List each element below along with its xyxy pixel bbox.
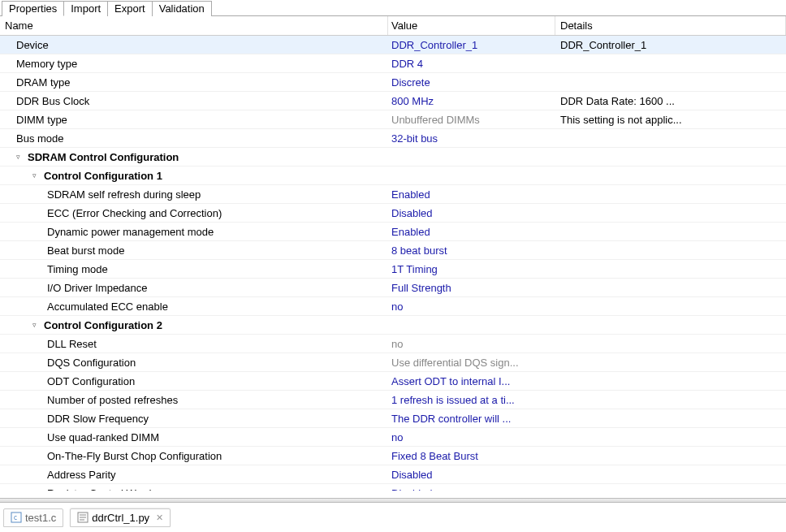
tab-export[interactable]: Export [107,1,153,16]
property-name-cell: Bus mode [0,132,388,145]
tab-validation[interactable]: Validation [152,1,212,16]
chevron-down-icon[interactable]: ▿ [16,153,24,161]
property-value[interactable]: Full Strength [388,282,555,294]
table-row[interactable]: DLL Resetno [0,335,786,353]
property-name: Bus mode [16,132,64,145]
property-name: DLL Reset [47,338,97,350]
table-row[interactable]: On-The-Fly Burst Chop ConfigurationFixed… [0,447,786,465]
table-row[interactable]: Beat burst mode8 beat burst [0,241,786,260]
property-name-cell: ▿SDRAM Control Configuration [0,151,388,163]
property-value[interactable]: Disabled [388,469,555,481]
editor-tab-test1[interactable]: c test1.c [3,508,63,527]
property-value[interactable]: Unbuffered DIMMs [388,114,555,126]
table-row[interactable]: Number of posted refreshes1 refresh is i… [0,391,786,409]
editor-tab-ddrctrl[interactable]: ddrCtrl_1.py ✕ [70,508,171,527]
property-name-cell: DDR Slow Frequency [0,413,388,425]
property-name-cell: Accumulated ECC enable [0,301,388,313]
top-tabs: Properties Import Export Validation [0,0,786,16]
property-name-cell: DIMM type [0,114,388,126]
table-row[interactable]: Timing mode1T Timing [0,260,786,279]
property-value[interactable]: no [388,301,555,313]
property-name-cell: Device [0,39,388,51]
property-value[interactable]: no [388,338,555,350]
table-row[interactable]: ▿Control Configuration 2 [0,316,786,335]
table-row[interactable]: DeviceDDR_Controller_1DDR_Controller_1 [0,36,786,54]
editor-tab-label: ddrCtrl_1.py [92,512,149,524]
property-name-cell: Timing mode [0,263,388,275]
property-name-cell: Memory type [0,58,388,70]
property-name-cell: DDR Bus Clock [0,95,388,107]
table-row[interactable]: DQS ConfigurationUse differential DQS si… [0,353,786,372]
table-row[interactable]: DDR Slow FrequencyThe DDR controller wil… [0,409,786,428]
table-row[interactable]: Dynamic power management modeEnabled [0,223,786,241]
column-header-value[interactable]: Value [388,16,555,35]
property-value[interactable]: 32-bit bus [388,132,555,145]
property-value[interactable]: 1 refresh is issued at a ti... [388,394,555,406]
column-header-name[interactable]: Name [0,16,388,35]
table-row[interactable]: Accumulated ECC enableno [0,297,786,316]
table-row[interactable]: DIMM typeUnbuffered DIMMsThis setting is… [0,110,786,129]
chevron-down-icon[interactable]: ▿ [32,171,41,179]
table-row[interactable]: ▿Control Configuration 1 [0,167,786,185]
property-value[interactable]: The DDR controller will ... [388,413,555,425]
property-name: Beat burst mode [47,244,124,257]
table-row[interactable]: Address ParityDisabled [0,465,786,484]
property-name: Address Parity [47,469,116,481]
property-name-cell: ODT Configuration [0,375,388,387]
table-row[interactable]: ▿SDRAM Control Configuration [0,148,786,167]
property-details: This setting is not applic... [555,114,786,126]
property-value[interactable]: Disabled [388,487,555,491]
property-name: Dynamic power management mode [47,226,214,238]
property-name: Device [16,39,49,51]
sash-divider[interactable] [0,498,786,503]
property-value[interactable]: Assert ODT to internal I... [388,375,555,387]
property-value[interactable]: Disabled [388,207,555,219]
property-name-cell: Register Control Word [0,487,388,491]
editor-tabs: c test1.c ddrCtrl_1.py ✕ [0,506,171,529]
c-file-icon: c [11,512,22,523]
editor-tab-label: test1.c [25,512,56,524]
table-row[interactable]: Use quad-ranked DIMMno [0,428,786,447]
table-row[interactable]: ODT ConfigurationAssert ODT to internal … [0,372,786,391]
property-value[interactable]: DDR_Controller_1 [388,39,555,51]
property-name: Use quad-ranked DIMM [47,431,159,443]
property-name: SDRAM self refresh during sleep [47,188,201,201]
property-value[interactable]: Enabled [388,188,555,201]
table-row[interactable]: DRAM typeDiscrete [0,73,786,92]
property-name: Number of posted refreshes [47,394,178,406]
property-name: Timing mode [47,263,108,275]
table-header: Name Value Details [0,16,786,36]
property-details: DDR Data Rate: 1600 ... [555,95,786,107]
property-details: DDR_Controller_1 [555,39,786,51]
table-row[interactable]: Memory typeDDR 4 [0,54,786,73]
tab-properties[interactable]: Properties [2,1,64,16]
property-value[interactable]: Discrete [388,76,555,89]
property-value[interactable]: 8 beat burst [388,244,555,257]
property-name-cell: ▿Control Configuration 2 [0,319,388,331]
property-value[interactable]: DDR 4 [388,58,555,70]
py-file-icon [77,512,89,523]
table-row[interactable]: SDRAM self refresh during sleepEnabled [0,185,786,204]
table-row[interactable]: Bus mode32-bit bus [0,129,786,148]
property-name-cell: SDRAM self refresh during sleep [0,188,388,201]
property-name-cell: I/O Driver Impedance [0,282,388,294]
table-row[interactable]: I/O Driver ImpedanceFull Strength [0,279,786,297]
property-name: Control Configuration 2 [44,319,162,331]
chevron-down-icon[interactable]: ▿ [32,321,41,329]
property-name: Memory type [16,58,77,70]
close-icon[interactable]: ✕ [156,513,163,523]
property-value[interactable]: Enabled [388,226,555,238]
property-name: DDR Slow Frequency [47,413,149,425]
property-value[interactable]: Use differential DQS sign... [388,357,555,369]
table-row[interactable]: DDR Bus Clock800 MHzDDR Data Rate: 1600 … [0,92,786,110]
tab-import[interactable]: Import [63,1,108,16]
table-row[interactable]: Register Control WordDisabled [0,484,786,491]
property-value[interactable]: no [388,431,555,443]
column-header-details[interactable]: Details [555,16,786,35]
property-name: ODT Configuration [47,375,135,387]
table-row[interactable]: ECC (Error Checking and Correction)Disab… [0,204,786,223]
property-value[interactable]: 800 MHz [388,95,555,107]
property-name: DQS Configuration [47,357,136,369]
property-value[interactable]: Fixed 8 Beat Burst [388,450,555,462]
property-value[interactable]: 1T Timing [388,263,555,275]
